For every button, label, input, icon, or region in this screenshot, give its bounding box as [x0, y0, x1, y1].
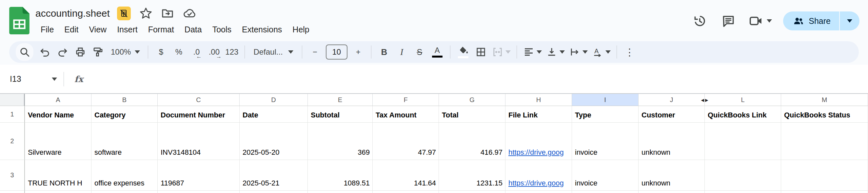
menu-extensions[interactable]: Extensions — [237, 23, 287, 36]
cell-Fx[interactable] — [373, 191, 439, 193]
cell-Ix[interactable] — [572, 191, 639, 193]
text-color-button[interactable]: A — [428, 43, 446, 61]
name-box[interactable]: I13 — [6, 74, 62, 84]
cell-D2[interactable]: 2025-05-20 — [240, 123, 308, 160]
menu-insert[interactable]: Insert — [112, 23, 143, 36]
column-header-J[interactable]: J◂ — [639, 94, 705, 106]
cell-G3[interactable]: 1231.15 — [439, 160, 505, 191]
cell-Cx[interactable] — [158, 191, 240, 193]
cell-D3[interactable]: 2025-05-21 — [240, 160, 308, 191]
cell-B1[interactable]: Category — [91, 106, 158, 123]
cell-link[interactable]: https://drive.goog — [508, 148, 564, 157]
cell-F3[interactable]: 141.64 — [373, 160, 439, 191]
cell-L1[interactable]: QuickBooks Link — [705, 106, 781, 123]
comments-icon[interactable] — [719, 12, 737, 30]
hidden-column-expand-left-icon[interactable]: ◂ — [701, 96, 704, 104]
cell-H1[interactable]: File Link — [505, 106, 572, 123]
menu-view[interactable]: View — [84, 23, 112, 36]
cell-Lx[interactable] — [705, 191, 781, 193]
cell-H3[interactable]: https://drive.goog — [505, 160, 572, 191]
cell-I2[interactable]: invoice — [572, 123, 639, 160]
meet-video-call-button[interactable] — [748, 13, 772, 29]
increase-decimal-button[interactable]: .00→ — [205, 43, 223, 61]
cell-Bx[interactable] — [91, 191, 158, 193]
italic-button[interactable]: I — [393, 43, 411, 61]
menu-data[interactable]: Data — [179, 23, 207, 36]
print-button[interactable] — [71, 43, 89, 61]
column-header-D[interactable]: D — [240, 94, 308, 106]
menu-tools[interactable]: Tools — [207, 23, 237, 36]
column-header-E[interactable]: E — [308, 94, 373, 106]
cell-J2[interactable]: unknown — [639, 123, 705, 160]
cell-G2[interactable]: 416.97 — [439, 123, 505, 160]
cell-E2[interactable]: 369 — [308, 123, 373, 160]
font-family-select[interactable]: Defaul... — [249, 43, 298, 61]
increase-font-size-button[interactable]: + — [349, 43, 367, 61]
cell-F2[interactable]: 47.97 — [373, 123, 439, 160]
cell-B2[interactable]: software — [91, 123, 158, 160]
more-toolbar-options-button[interactable]: ⋮ — [621, 43, 639, 61]
cell-Dx[interactable] — [240, 191, 308, 193]
cell-M2[interactable] — [781, 123, 868, 160]
paint-format-button[interactable] — [89, 43, 107, 61]
font-size-input[interactable]: 10 — [326, 44, 347, 60]
version-history-icon[interactable] — [691, 12, 708, 30]
cell-Gx[interactable] — [439, 191, 505, 193]
share-dropdown-button[interactable] — [840, 11, 860, 30]
cell-E1[interactable]: Subtotal — [308, 106, 373, 123]
redo-button[interactable] — [54, 43, 71, 61]
share-button[interactable]: Share — [783, 11, 860, 30]
menus-search-button[interactable] — [16, 43, 33, 61]
column-header-G[interactable]: G — [439, 94, 505, 106]
cell-A3[interactable]: TRUE NORTH H — [25, 160, 91, 191]
cell-Mx[interactable] — [781, 191, 868, 193]
row-header-2[interactable]: 2 — [0, 123, 25, 160]
column-header-M[interactable]: M — [781, 94, 868, 106]
horizontal-align-button[interactable] — [521, 43, 544, 61]
cell-J3[interactable]: unknown — [639, 160, 705, 191]
text-rotation-button[interactable]: A — [590, 43, 613, 61]
row-header-partial[interactable] — [0, 191, 25, 193]
vertical-align-button[interactable] — [544, 43, 567, 61]
zoom-select[interactable]: 100% — [107, 43, 144, 61]
menu-file[interactable]: File — [35, 23, 59, 36]
cell-D1[interactable]: Date — [240, 106, 308, 123]
star-icon[interactable] — [139, 7, 152, 20]
cell-I3[interactable]: invoice — [572, 160, 639, 191]
hidden-column-expand-right-icon[interactable]: ▸ — [705, 96, 708, 104]
cell-A2[interactable]: Silverware — [25, 123, 91, 160]
column-header-F[interactable]: F — [373, 94, 439, 106]
decrease-font-size-button[interactable]: − — [306, 43, 324, 61]
document-title[interactable]: accounting.sheet — [35, 8, 110, 19]
strikethrough-button[interactable]: S — [411, 43, 428, 61]
cell-I1[interactable]: Type — [572, 106, 639, 123]
bold-button[interactable]: B — [375, 43, 393, 61]
cell-A1[interactable]: Vendor Name — [25, 106, 91, 123]
cell-C1[interactable]: Document Number — [158, 106, 240, 123]
text-wrapping-button[interactable] — [567, 43, 590, 61]
select-all-corner[interactable] — [0, 94, 25, 106]
undo-button[interactable] — [36, 43, 54, 61]
cell-link[interactable]: https://drive.goog — [508, 179, 564, 187]
format-currency-button[interactable]: $ — [152, 43, 170, 61]
cell-J1[interactable]: Customer — [639, 106, 705, 123]
cell-B3[interactable]: office expenses — [91, 160, 158, 191]
cell-F1[interactable]: Tax Amount — [373, 106, 439, 123]
cell-Hx[interactable] — [505, 191, 572, 193]
column-header-L[interactable]: L▸ — [705, 94, 781, 106]
row-header-1[interactable]: 1 — [0, 106, 25, 123]
borders-button[interactable] — [472, 43, 490, 61]
row-header-3[interactable]: 3 — [0, 160, 25, 191]
cell-H2[interactable]: https://drive.goog — [505, 123, 572, 160]
format-percent-button[interactable]: % — [170, 43, 187, 61]
column-header-H[interactable]: H — [505, 94, 572, 106]
menu-format[interactable]: Format — [143, 23, 179, 36]
sheets-logo-icon[interactable] — [9, 7, 30, 34]
decrease-decimal-button[interactable]: .0← — [187, 43, 205, 61]
move-to-folder-icon[interactable] — [161, 7, 174, 20]
cell-Ex[interactable] — [308, 191, 373, 193]
cell-Jx[interactable] — [639, 191, 705, 193]
cell-M3[interactable] — [781, 160, 868, 191]
cell-Ax[interactable] — [25, 191, 91, 193]
column-header-C[interactable]: C — [158, 94, 240, 106]
